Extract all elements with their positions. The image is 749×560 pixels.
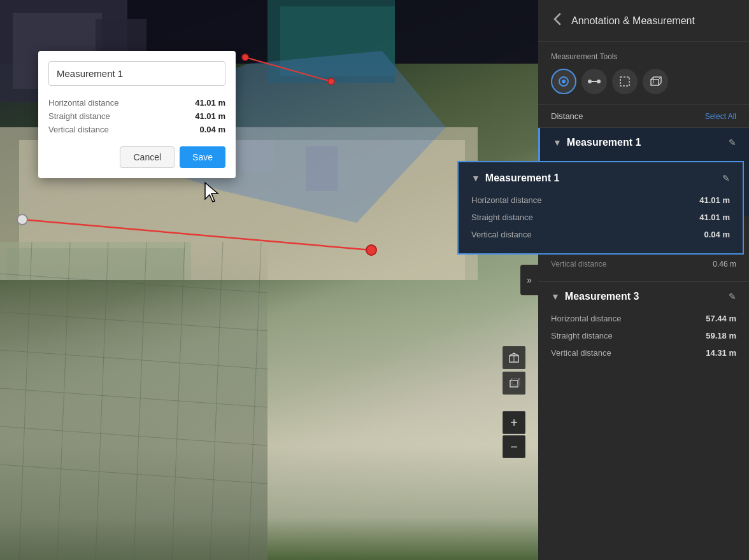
m3-straight-label: Straight distance <box>551 331 613 340</box>
dialog-vertical-row: Vertical distance 0.04 m <box>48 123 225 136</box>
m3-straight-row: Straight distance 59.18 m <box>551 327 736 344</box>
measurement1-floating-title: Measurement 1 <box>485 172 560 184</box>
svg-rect-38 <box>510 381 518 387</box>
svg-line-24 <box>0 350 268 369</box>
floating-straight-label: Straight distance <box>471 213 533 222</box>
svg-rect-11 <box>306 146 338 191</box>
measurement1-edit-icon[interactable]: ✎ <box>729 137 736 148</box>
distance-label: Distance <box>551 111 583 121</box>
measurement-tools-section: Measurement Tools <box>538 42 749 105</box>
svg-point-17 <box>242 54 248 60</box>
view-controls <box>503 346 525 395</box>
svg-line-30 <box>96 242 108 560</box>
floating-vertical-row: Vertical distance 0.04 m <box>471 226 730 243</box>
back-button[interactable] <box>551 10 564 31</box>
svg-rect-47 <box>620 77 629 86</box>
m3-vertical-row: Vertical distance 14.31 m <box>551 344 736 361</box>
dialog-horizontal-label: Horizontal distance <box>48 98 119 108</box>
zoom-out-button[interactable]: − <box>503 435 525 458</box>
point-tool-button[interactable] <box>551 69 576 94</box>
cancel-button[interactable]: Cancel <box>120 146 175 168</box>
svg-line-25 <box>0 388 268 407</box>
double-chevron-icon: » <box>527 275 532 285</box>
measurement3-card-title: Measurement 3 <box>565 291 639 302</box>
chevron-down-icon: ▼ <box>471 173 480 183</box>
m3-vertical-value: 14.31 m <box>706 348 736 358</box>
svg-point-43 <box>562 80 566 83</box>
right-panel: Annotation & Measurement Measurement Too… <box>538 0 749 560</box>
floating-straight-row: Straight distance 41.01 m <box>471 209 730 226</box>
floating-vertical-value: 0.04 m <box>704 230 730 239</box>
measurement3-chevron-icon: ▼ <box>551 291 560 302</box>
tools-row <box>551 69 736 94</box>
measurement3-card-header: ▼ Measurement 3 ✎ <box>551 291 736 302</box>
m2-vertical-row: Vertical distance 0.46 m <box>551 256 736 272</box>
distance-tool-button[interactable] <box>581 69 607 94</box>
m3-horizontal-value: 57.44 m <box>706 314 736 323</box>
m3-vertical-label: Vertical distance <box>551 348 611 358</box>
svg-line-31 <box>134 242 146 560</box>
rename-dialog: Horizontal distance 41.01 m Straight dis… <box>38 51 236 178</box>
measurement1-card-header: ▼ Measurement 1 ✎ <box>553 137 736 148</box>
dialog-measurements: Horizontal distance 41.01 m Straight dis… <box>48 96 225 136</box>
area-tool-button[interactable] <box>612 69 638 94</box>
floating-horizontal-value: 41.01 m <box>699 195 730 205</box>
svg-point-18 <box>328 78 334 85</box>
save-button[interactable]: Save <box>180 146 225 168</box>
dialog-vertical-value: 0.04 m <box>200 125 225 134</box>
m3-straight-value: 59.18 m <box>706 331 736 340</box>
svg-point-45 <box>597 80 601 83</box>
svg-point-14 <box>17 214 27 225</box>
svg-rect-4 <box>268 0 395 83</box>
cube-view-btn[interactable] <box>503 346 525 369</box>
svg-line-26 <box>0 426 268 445</box>
dialog-actions: Cancel Save <box>48 146 225 168</box>
floating-horizontal-label: Horizontal distance <box>471 195 542 205</box>
m2-vertical-value: 0.46 m <box>713 260 736 269</box>
measurement3-card: ▼ Measurement 3 ✎ Horizontal distance 57… <box>538 282 749 370</box>
dialog-horizontal-row: Horizontal distance 41.01 m <box>48 96 225 109</box>
m2-vertical-label: Vertical distance <box>551 260 606 269</box>
svg-point-44 <box>588 80 592 83</box>
volume-tool-button[interactable] <box>643 69 668 94</box>
measurement1-chevron-icon: ▼ <box>553 137 562 148</box>
measurement1-card-title: Measurement 1 <box>567 137 641 148</box>
measurement1-floating-card: ▼ Measurement 1 ✎ Horizontal distance 41… <box>457 161 744 255</box>
panel-header: Annotation & Measurement <box>538 0 749 42</box>
edit-icon[interactable]: ✎ <box>722 173 730 183</box>
svg-line-33 <box>210 242 223 560</box>
svg-line-27 <box>0 465 268 484</box>
measurement-name-input[interactable] <box>48 61 225 86</box>
svg-line-16 <box>245 57 331 81</box>
select-all-button[interactable]: Select All <box>705 112 736 121</box>
dialog-straight-label: Straight distance <box>48 111 110 121</box>
floating-horizontal-row: Horizontal distance 41.01 m <box>471 192 730 209</box>
zoom-in-button[interactable]: + <box>503 411 525 434</box>
dialog-straight-value: 41.01 m <box>195 111 225 121</box>
map-zoom-controls: + − <box>503 411 525 458</box>
svg-line-23 <box>0 312 268 331</box>
svg-line-34 <box>248 242 261 560</box>
box-view-btn[interactable] <box>503 372 525 395</box>
distance-header: Distance Select All <box>538 105 749 128</box>
dialog-straight-row: Straight distance 41.01 m <box>48 109 225 123</box>
dialog-horizontal-value: 41.01 m <box>195 98 225 108</box>
m3-horizontal-row: Horizontal distance 57.44 m <box>551 310 736 327</box>
floating-straight-value: 41.01 m <box>699 213 730 222</box>
m3-horizontal-label: Horizontal distance <box>551 314 622 323</box>
tools-section-label: Measurement Tools <box>551 52 736 61</box>
collapse-panel-button[interactable]: » <box>520 265 538 295</box>
panel-title: Annotation & Measurement <box>571 15 695 27</box>
svg-line-22 <box>0 274 268 293</box>
svg-rect-5 <box>280 6 395 76</box>
measurement3-edit-icon[interactable]: ✎ <box>729 291 736 302</box>
svg-point-15 <box>366 245 376 255</box>
svg-line-29 <box>57 242 70 560</box>
floating-vertical-label: Vertical distance <box>471 230 532 239</box>
dialog-vertical-label: Vertical distance <box>48 125 109 134</box>
svg-line-28 <box>19 242 32 560</box>
